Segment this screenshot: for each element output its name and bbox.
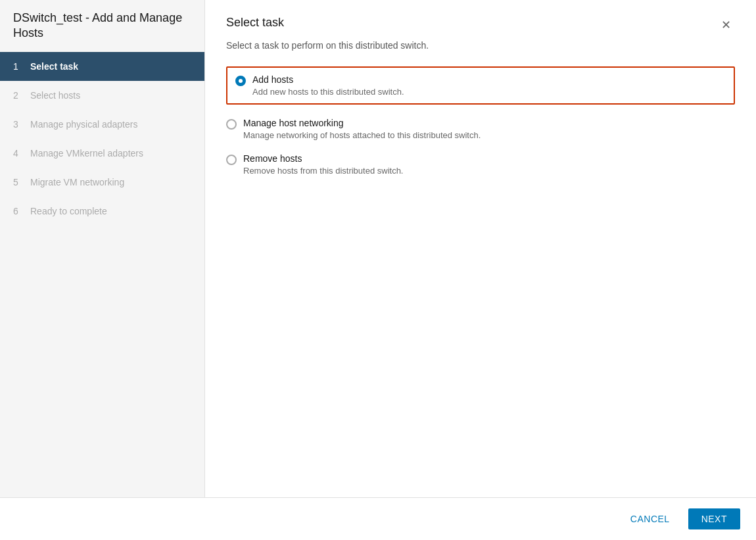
step-5-label: Migrate VM networking (30, 177, 124, 187)
step-4-number: 4 (13, 148, 24, 159)
option-manage-host-networking[interactable]: Manage host networking Manage networking… (226, 118, 735, 140)
step-5-number: 5 (13, 177, 24, 187)
option-remove-hosts[interactable]: Remove hosts Remove hosts from this dist… (226, 153, 735, 176)
option-remove-hosts-label: Remove hosts (243, 153, 403, 164)
close-button[interactable]: ✕ (717, 16, 735, 34)
step-1-label: Select task (30, 61, 78, 72)
option-remove-hosts-text: Remove hosts Remove hosts from this dist… (243, 153, 403, 176)
step-6-number: 6 (13, 206, 24, 216)
radio-remove-hosts[interactable] (226, 155, 237, 165)
step-2-number: 2 (13, 90, 24, 101)
option-remove-hosts-desc: Remove hosts from this distributed switc… (243, 166, 403, 176)
section-subtitle: Select a task to perform on this distrib… (226, 40, 735, 51)
step-3-number: 3 (13, 119, 24, 130)
sidebar-item-select-hosts[interactable]: 2 Select hosts (0, 81, 204, 110)
main-content: Select task ✕ Select a task to perform o… (205, 0, 756, 497)
cancel-button[interactable]: CANCEL (620, 508, 680, 529)
step-3-label: Manage physical adapters (30, 119, 137, 130)
app-title: DSwitch_test - Add and Manage Hosts (0, 0, 204, 52)
radio-manage-host-networking[interactable] (226, 119, 237, 130)
option-group: Add hosts Add new hosts to this distribu… (226, 66, 735, 176)
radio-add-hosts[interactable] (235, 76, 246, 86)
dialog: DSwitch_test - Add and Manage Hosts 1 Se… (0, 0, 756, 540)
step-2-label: Select hosts (30, 90, 80, 101)
sidebar-item-select-task[interactable]: 1 Select task (0, 52, 204, 81)
option-manage-host-networking-label: Manage host networking (243, 118, 481, 128)
sidebar: DSwitch_test - Add and Manage Hosts 1 Se… (0, 0, 205, 497)
option-manage-host-networking-desc: Manage networking of hosts attached to t… (243, 130, 481, 140)
sidebar-item-manage-physical-adapters[interactable]: 3 Manage physical adapters (0, 110, 204, 139)
option-add-hosts[interactable]: Add hosts Add new hosts to this distribu… (226, 66, 735, 105)
step-4-label: Manage VMkernel adapters (30, 148, 143, 159)
step-1-number: 1 (13, 61, 24, 72)
section-title: Select task (226, 16, 284, 30)
sidebar-item-migrate-vm-networking[interactable]: 5 Migrate VM networking (0, 168, 204, 197)
step-6-label: Ready to complete (30, 206, 107, 216)
option-manage-host-networking-text: Manage host networking Manage networking… (243, 118, 481, 140)
sidebar-item-ready-to-complete[interactable]: 6 Ready to complete (0, 197, 204, 226)
option-add-hosts-text: Add hosts Add new hosts to this distribu… (252, 74, 404, 97)
sidebar-item-manage-vmkernel-adapters[interactable]: 4 Manage VMkernel adapters (0, 139, 204, 168)
next-button[interactable]: NEXT (688, 508, 740, 529)
dialog-footer: CANCEL NEXT (0, 497, 756, 540)
option-add-hosts-label: Add hosts (252, 74, 404, 85)
option-add-hosts-desc: Add new hosts to this distributed switch… (252, 87, 404, 97)
